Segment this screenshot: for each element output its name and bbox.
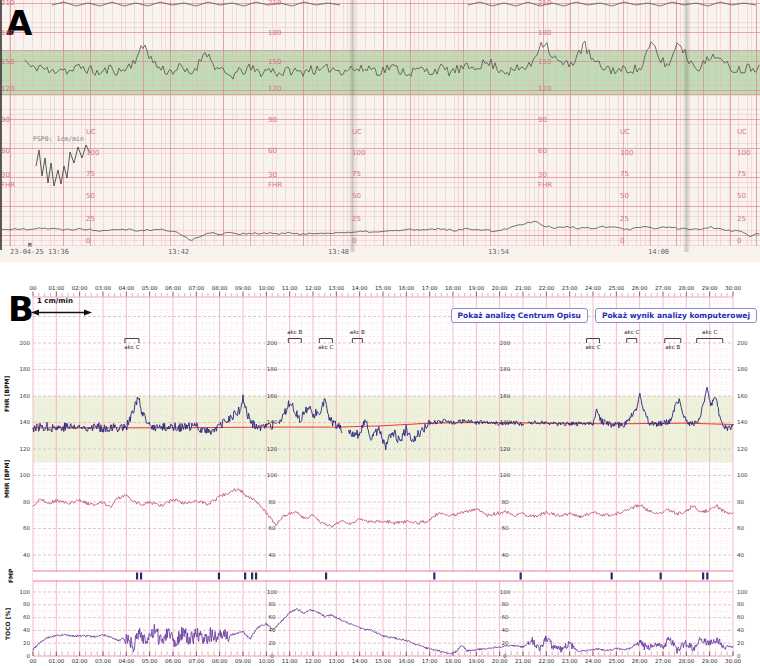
toco-scale-label-b: 100: [500, 589, 511, 595]
time-label-bottom: 25:00: [608, 658, 624, 664]
time-label-top: 29:00: [702, 285, 718, 291]
time-label-top: 20:00: [492, 285, 508, 291]
toco-scale-label-b: 40: [269, 627, 276, 633]
fhr-scale-label-b: 160: [20, 393, 31, 399]
analysis-buttons: Pokaż analizę Centrum Opisu Pokaż wynik …: [451, 308, 758, 323]
toco-scale-label-b: 80: [23, 601, 30, 607]
fhr-scale-label-b: 100: [20, 472, 31, 478]
scan-edge-artifact: [0, 0, 2, 250]
time-label-top: 10:00: [258, 285, 274, 291]
time-label-bottom: 23:00: [562, 658, 578, 664]
fhr-scale-label-b: 80: [269, 499, 276, 505]
time-label-bottom: 06:00: [165, 658, 181, 664]
toco-scale-label-b: 100: [267, 589, 278, 595]
time-label-top: 06:00: [165, 285, 181, 291]
time-label-top: 08:00: [212, 285, 228, 291]
toco-scale-label-b: 60: [502, 614, 509, 620]
time-label-bottom: 05:00: [142, 658, 158, 664]
fhr-scale-label-b: 200: [500, 340, 511, 346]
time-label-bottom: 29:00: [702, 658, 718, 664]
fhr-scale-label-b: 60: [23, 525, 30, 531]
time-label-top: 02:00: [72, 285, 88, 291]
fmp-event-tick: [433, 573, 435, 580]
fmp-event-tick: [140, 573, 142, 580]
acceleration-bracket: [665, 339, 681, 344]
time-label-bottom: 01:00: [48, 658, 64, 664]
time-label-top: 18:00: [445, 285, 461, 291]
acceleration-label: akc C: [624, 329, 639, 335]
time-label-top: 14:00: [352, 285, 368, 291]
acceleration-bracket: [586, 339, 599, 344]
toco-scale-label-b: 60: [23, 614, 30, 620]
toco-scale-label-b: 60: [737, 614, 744, 620]
time-label-top: 07:00: [188, 285, 204, 291]
time-label-bottom: 14:00: [352, 658, 368, 664]
fhr-scale-label-b: 140: [20, 419, 31, 425]
acceleration-label: akc B: [287, 329, 302, 335]
show-computer-analysis-button[interactable]: Pokaż wynik analizy komputerowej: [595, 308, 757, 323]
time-label-top: 17:00: [422, 285, 438, 291]
acceleration-bracket: [319, 339, 332, 344]
fhr-scale-label-b: 100: [737, 472, 748, 478]
toco-scale-label-b: 0: [503, 653, 507, 659]
mhr-axis-title: MHR [BPM]: [3, 460, 10, 498]
fmp-event-tick: [251, 573, 253, 580]
fhr-scale-label-b: 200: [20, 340, 31, 346]
fhr-scale-label-b: 60: [502, 525, 509, 531]
time-label-top: 25:00: [608, 285, 624, 291]
acceleration-label: akc B: [665, 344, 680, 350]
time-label-bottom: 27:00: [655, 658, 671, 664]
panel-b-label: B: [8, 292, 34, 326]
fhr-scale-label-b: 60: [737, 525, 744, 531]
fmp-event-tick: [520, 573, 522, 580]
fhr-trace: [349, 419, 524, 450]
toco-scale-label-b: 20: [737, 640, 744, 646]
fmp-band: [33, 572, 733, 580]
time-label-bottom: 30:00: [725, 658, 741, 664]
fmp-event-tick: [255, 573, 257, 580]
fhr-scale-label-b: 80: [737, 499, 744, 505]
acceleration-label: akc B: [350, 329, 365, 335]
time-label-bottom: 19:00: [468, 658, 484, 664]
mhr-trace: [33, 489, 733, 528]
paper-speed-label: PSP0: 1cm/min: [33, 135, 84, 143]
fmp-event-tick: [325, 573, 327, 580]
toco-scale-label-b: 20: [502, 640, 509, 646]
acceleration-bracket: [697, 339, 723, 344]
panel-a-grid: [0, 0, 760, 246]
toco-scale-label-b: 80: [502, 601, 509, 607]
fhr-scale-label-b: 140: [267, 419, 278, 425]
toco-scale-label-b: 40: [737, 627, 744, 633]
time-label-top: 11:00: [282, 285, 298, 291]
fmp-event-tick: [706, 573, 708, 580]
toco-scale-label-b: 0: [270, 653, 274, 659]
fhr-scale-label-b: 200: [737, 340, 748, 346]
fhr-scale-label-b: 40: [502, 552, 509, 558]
fhr-scale-label-b: 80: [502, 499, 509, 505]
paper-seam: [349, 0, 356, 252]
acceleration-bracket: [125, 339, 139, 344]
panel-a-label: A: [6, 6, 32, 40]
time-label-top: 27:00: [655, 285, 671, 291]
acceleration-bracket: [352, 339, 362, 344]
paper-speed-label-b: 1 cm/min: [37, 297, 73, 305]
fmp-event-tick: [244, 573, 246, 580]
fhr-scale-label-b: 60: [269, 525, 276, 531]
acceleration-label: akc C: [702, 329, 717, 335]
time-label-top: 21:00: [515, 285, 531, 291]
fhr-scale-label-b: 100: [500, 472, 511, 478]
time-label-bottom: 10:00: [258, 658, 274, 664]
time-label-top: 28:00: [678, 285, 694, 291]
time-label-bottom: 11:00: [282, 658, 298, 664]
fmp-event-tick: [611, 573, 613, 580]
show-center-analysis-button[interactable]: Pokaż analizę Centrum Opisu: [451, 308, 588, 323]
toco-trace: [33, 609, 733, 655]
fhr-scale-label-b: 40: [737, 552, 744, 558]
toco-scale-label-b: 60: [269, 614, 276, 620]
toco-scale-label-b: 100: [20, 589, 31, 595]
fhr-scale-label-b: 160: [737, 393, 748, 399]
time-label-bottom: 22:00: [538, 658, 554, 664]
fhr-scale-label-b: 120: [500, 446, 511, 452]
time-label-top: 13:00: [328, 285, 344, 291]
acceleration-label: akc C: [318, 344, 333, 350]
